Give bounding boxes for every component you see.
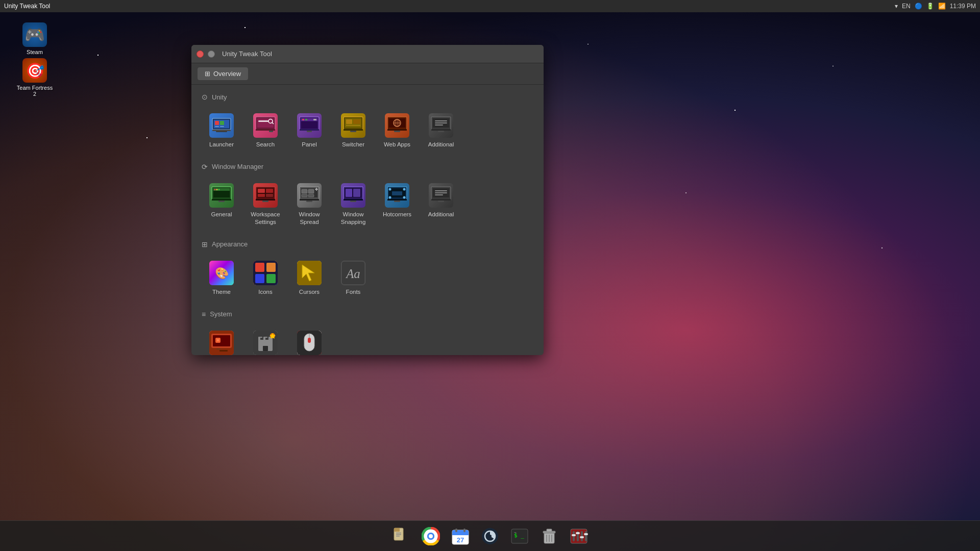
- svg-rect-56: [266, 189, 273, 193]
- overview-label: Overview: [213, 70, 241, 78]
- svg-rect-6: [215, 126, 219, 127]
- grid-item-security[interactable]: Security: [246, 327, 285, 355]
- svg-rect-52: [218, 201, 225, 202]
- desktop-icon-steam[interactable]: 🎮 Steam: [14, 20, 55, 57]
- svg-rect-36: [387, 129, 407, 131]
- taskbar: 27 $ _ ~: [0, 520, 980, 551]
- grid-item-additional1[interactable]: Additional: [421, 109, 461, 153]
- svg-rect-21: [300, 129, 319, 131]
- grid-item-cursors[interactable]: Cursors: [289, 257, 329, 300]
- cursors-label: Cursors: [299, 288, 320, 296]
- system-grid: Desktop Icons: [202, 327, 533, 355]
- svg-rect-116: [260, 338, 262, 340]
- svg-rect-4: [215, 121, 219, 125]
- grid-item-general[interactable]: General: [202, 179, 241, 230]
- svg-rect-70: [306, 201, 312, 202]
- grid-item-theme[interactable]: 🎨 Theme: [202, 257, 241, 300]
- app-window: Unity Tweak Tool ⊞ Overview ⊙ Unity: [191, 45, 544, 355]
- svg-point-133: [429, 534, 433, 538]
- window-titlebar: Unity Tweak Tool: [191, 45, 544, 63]
- svg-point-50: [218, 189, 220, 190]
- svg-rect-51: [212, 199, 231, 201]
- grid-item-windowsnapping[interactable]: Window Snapping: [333, 179, 373, 230]
- svg-rect-90: [435, 194, 443, 195]
- svg-text:Aa: Aa: [345, 266, 360, 280]
- svg-rect-156: [585, 531, 587, 541]
- svg-rect-92: [438, 201, 444, 202]
- grid-item-windowspread[interactable]: Window Spread: [289, 179, 329, 230]
- svg-rect-18: [302, 119, 304, 120]
- svg-rect-107: [216, 348, 220, 350]
- desktop-icon-tf2[interactable]: 🎯 Team Fortress 2: [14, 56, 55, 99]
- section-unity: ⊙ Unity: [202, 93, 533, 153]
- close-button[interactable]: [197, 51, 204, 58]
- svg-rect-129: [396, 536, 400, 537]
- taskbar-item-mixer[interactable]: [566, 523, 592, 549]
- svg-rect-55: [258, 189, 265, 193]
- svg-rect-59: [256, 199, 275, 201]
- grid-item-scrolling[interactable]: Scrolling: [289, 327, 329, 355]
- wm-grid: General: [202, 179, 533, 230]
- svg-rect-127: [396, 533, 401, 534]
- svg-rect-83: [392, 191, 402, 195]
- tf2-label: Team Fortress 2: [16, 85, 53, 97]
- taskbar-item-terminal[interactable]: $ _ ~: [506, 523, 533, 549]
- grid-item-switcher[interactable]: Switcher: [333, 109, 373, 153]
- webapps-label: Web Apps: [384, 141, 410, 148]
- network-icon: 📶: [938, 3, 946, 10]
- svg-rect-118: [263, 346, 268, 351]
- section-appearance: ⊞ Appearance: [202, 240, 533, 300]
- svg-rect-97: [266, 263, 276, 272]
- grid-item-workspace[interactable]: Workspace Settings: [246, 179, 285, 230]
- svg-rect-138: [455, 529, 457, 532]
- svg-rect-2: [212, 130, 231, 131]
- section-header-wm: ⟳ Window Manager: [202, 163, 533, 173]
- overview-button[interactable]: ⊞ Overview: [198, 67, 248, 80]
- grid-item-hotcorners[interactable]: Hotcorners: [377, 179, 417, 230]
- svg-rect-148: [547, 529, 552, 532]
- grid-item-launcher[interactable]: Launcher: [202, 109, 241, 153]
- grid-icon: ⊞: [205, 70, 210, 78]
- svg-text:27: 27: [457, 536, 464, 544]
- webapps-icon: [385, 113, 409, 138]
- svg-rect-22: [307, 131, 312, 132]
- svg-rect-29: [350, 131, 356, 132]
- svg-rect-64: [308, 189, 314, 193]
- svg-rect-84: [387, 199, 407, 201]
- svg-rect-3: [216, 131, 227, 132]
- minimize-button[interactable]: [208, 51, 215, 58]
- keyboard-icon: EN: [902, 3, 911, 10]
- section-system: ≡ System: [202, 310, 533, 355]
- svg-rect-99: [266, 274, 276, 283]
- section-window-manager: ⟳ Window Manager: [202, 163, 533, 230]
- launcher-icon: [209, 113, 234, 138]
- grid-item-fonts[interactable]: Aa Fonts: [333, 257, 373, 300]
- general-icon: [209, 183, 234, 208]
- taskbar-item-trash[interactable]: [536, 523, 562, 549]
- svg-point-142: [488, 535, 492, 538]
- panel-icon: [297, 113, 322, 138]
- svg-point-81: [389, 196, 391, 198]
- svg-rect-159: [580, 536, 584, 538]
- svg-rect-108: [219, 350, 228, 352]
- grid-item-desktopicons[interactable]: Desktop Icons: [202, 327, 241, 355]
- taskbar-item-files[interactable]: [388, 523, 414, 549]
- svg-rect-128: [396, 534, 401, 535]
- taskbar-item-chrome[interactable]: [418, 523, 444, 549]
- window-content: ⊙ Unity: [191, 85, 544, 355]
- svg-rect-41: [435, 122, 447, 123]
- svg-point-49: [216, 189, 218, 190]
- grid-item-panel[interactable]: Panel: [289, 109, 329, 153]
- svg-rect-75: [344, 199, 363, 201]
- security-icon: [253, 331, 278, 355]
- grid-item-icons[interactable]: Icons: [246, 257, 285, 300]
- taskbar-item-calendar[interactable]: 27: [447, 523, 474, 549]
- svg-rect-66: [308, 194, 314, 197]
- taskbar-item-steam[interactable]: [477, 523, 503, 549]
- grid-item-search[interactable]: Search: [246, 109, 285, 153]
- svg-rect-44: [438, 131, 444, 132]
- grid-item-additional2[interactable]: Additional: [421, 179, 461, 230]
- svg-rect-117: [265, 338, 267, 340]
- grid-item-webapps[interactable]: Web Apps: [377, 109, 417, 153]
- unity-grid: Launcher: [202, 109, 533, 153]
